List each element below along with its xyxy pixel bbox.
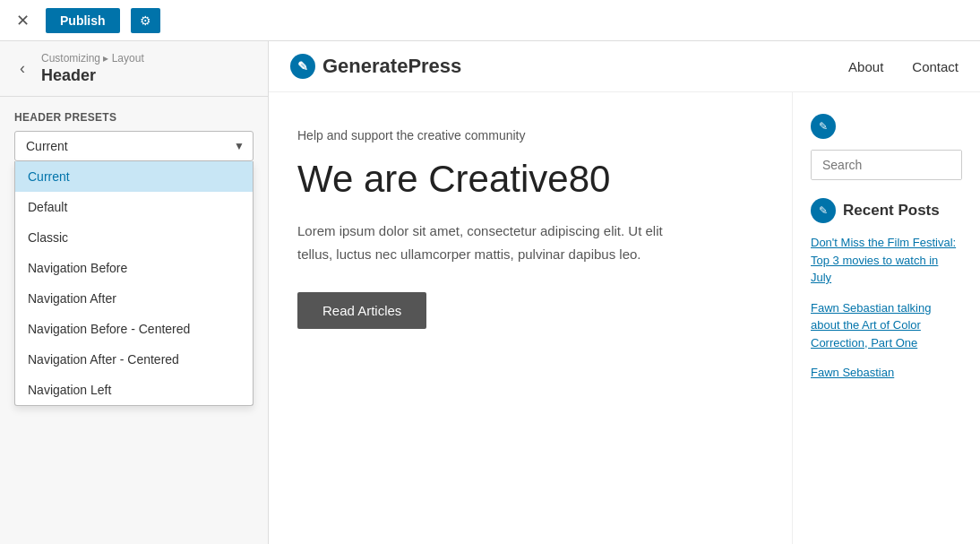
recent-posts-title: Recent Posts — [843, 202, 940, 220]
gear-button[interactable]: ⚙ — [131, 8, 160, 33]
search-box: 🔍 — [811, 150, 962, 180]
close-button[interactable]: ✕ — [9, 7, 37, 34]
hero-title: We are Creative80 — [297, 157, 763, 202]
read-articles-button[interactable]: Read Articles — [297, 292, 426, 329]
dropdown-item[interactable]: Default — [15, 192, 253, 222]
dropdown-item[interactable]: Navigation After - Centered — [15, 344, 253, 375]
preview: ✎ GeneratePress About Contact Help and s… — [269, 41, 980, 544]
sidebar-header-text: Customizing ▸ Layout Header — [41, 52, 144, 85]
recent-post-item: Fawn Sebastian — [811, 364, 962, 382]
recent-post-item: Fawn Sebastian talking about the Art of … — [811, 299, 962, 352]
dropdown-item[interactable]: Navigation Left — [15, 375, 253, 405]
dropdown-item[interactable]: Navigation Before — [15, 253, 253, 283]
dropdown-item[interactable]: Current — [15, 161, 253, 192]
site-nav: About Contact — [848, 59, 959, 74]
preview-main: Help and support the creative community … — [269, 92, 792, 544]
hero-tagline: Help and support the creative community — [297, 128, 763, 142]
dropdown-item[interactable]: Classic — [15, 222, 253, 253]
site-logo: ✎ GeneratePress — [290, 54, 461, 79]
main-layout: ‹ Customizing ▸ Layout Header Header Pre… — [0, 41, 980, 544]
nav-link-contact[interactable]: Contact — [912, 59, 959, 74]
preview-sidebar: ✎ 🔍 ✎ Recent Posts Don't Miss the Film F… — [792, 92, 980, 544]
edit-recent-posts-icon[interactable]: ✎ — [811, 198, 836, 223]
publish-button[interactable]: Publish — [46, 8, 120, 33]
presets-label: Header Presets — [14, 111, 254, 124]
sidebar-content: Header Presets Current ▼ CurrentDefaultC… — [0, 97, 268, 176]
search-widget-row: ✎ — [811, 114, 962, 139]
sidebar-title: Header — [41, 66, 144, 85]
dropdown-menu: CurrentDefaultClassicNavigation BeforeNa… — [14, 161, 254, 406]
preset-dropdown[interactable]: Current — [14, 131, 254, 161]
recent-post-item: Don't Miss the Film Festival: Top 3 movi… — [811, 234, 962, 287]
recent-post-link[interactable]: Don't Miss the Film Festival: Top 3 movi… — [811, 236, 956, 284]
edit-search-icon[interactable]: ✎ — [811, 114, 836, 139]
recent-posts-list: Don't Miss the Film Festival: Top 3 movi… — [811, 234, 962, 382]
recent-post-link[interactable]: Fawn Sebastian — [811, 366, 894, 379]
dropdown-item[interactable]: Navigation Before - Centered — [15, 314, 253, 344]
hero-body: Lorem ipsum dolor sit amet, consectetur … — [297, 220, 692, 265]
back-button[interactable]: ‹ — [14, 57, 30, 80]
breadcrumb: Customizing ▸ Layout — [41, 52, 144, 65]
recent-post-link[interactable]: Fawn Sebastian talking about the Art of … — [811, 301, 931, 350]
sidebar: ‹ Customizing ▸ Layout Header Header Pre… — [0, 41, 269, 544]
dropdown-wrapper: Current ▼ CurrentDefaultClassicNavigatio… — [14, 131, 254, 161]
recent-posts-row: ✎ Recent Posts — [811, 198, 962, 223]
sidebar-header: ‹ Customizing ▸ Layout Header — [0, 41, 268, 97]
dropdown-item[interactable]: Navigation After — [15, 283, 253, 314]
site-header: ✎ GeneratePress About Contact — [269, 41, 980, 92]
preview-body: Help and support the creative community … — [269, 92, 980, 544]
toolbar: ✕ Publish ⚙ — [0, 0, 980, 41]
nav-link-about[interactable]: About — [848, 59, 883, 74]
search-input[interactable] — [812, 151, 962, 179]
site-name: GeneratePress — [322, 55, 461, 78]
logo-icon: ✎ — [290, 54, 315, 79]
